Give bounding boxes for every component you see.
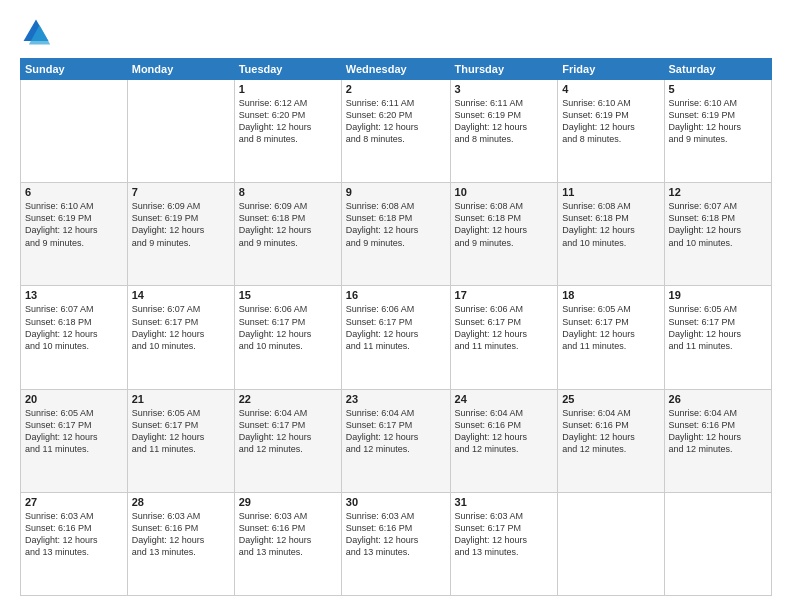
day-info: Sunrise: 6:03 AMSunset: 6:17 PMDaylight:… — [455, 510, 554, 559]
calendar-cell: 1Sunrise: 6:12 AMSunset: 6:20 PMDaylight… — [234, 80, 341, 183]
day-number: 9 — [346, 186, 446, 198]
calendar-cell: 19Sunrise: 6:05 AMSunset: 6:17 PMDayligh… — [664, 286, 771, 389]
day-number: 30 — [346, 496, 446, 508]
day-info: Sunrise: 6:04 AMSunset: 6:16 PMDaylight:… — [669, 407, 767, 456]
day-number: 31 — [455, 496, 554, 508]
day-number: 8 — [239, 186, 337, 198]
day-number: 27 — [25, 496, 123, 508]
day-number: 11 — [562, 186, 659, 198]
calendar-cell: 8Sunrise: 6:09 AMSunset: 6:18 PMDaylight… — [234, 183, 341, 286]
day-number: 18 — [562, 289, 659, 301]
day-number: 2 — [346, 83, 446, 95]
day-info: Sunrise: 6:08 AMSunset: 6:18 PMDaylight:… — [455, 200, 554, 249]
calendar-cell: 14Sunrise: 6:07 AMSunset: 6:17 PMDayligh… — [127, 286, 234, 389]
calendar-cell: 27Sunrise: 6:03 AMSunset: 6:16 PMDayligh… — [21, 492, 128, 595]
calendar-cell: 18Sunrise: 6:05 AMSunset: 6:17 PMDayligh… — [558, 286, 664, 389]
calendar-cell — [127, 80, 234, 183]
day-info: Sunrise: 6:09 AMSunset: 6:18 PMDaylight:… — [239, 200, 337, 249]
day-info: Sunrise: 6:09 AMSunset: 6:19 PMDaylight:… — [132, 200, 230, 249]
calendar-cell: 20Sunrise: 6:05 AMSunset: 6:17 PMDayligh… — [21, 389, 128, 492]
day-info: Sunrise: 6:11 AMSunset: 6:20 PMDaylight:… — [346, 97, 446, 146]
week-row-1: 1Sunrise: 6:12 AMSunset: 6:20 PMDaylight… — [21, 80, 772, 183]
day-number: 5 — [669, 83, 767, 95]
day-number: 24 — [455, 393, 554, 405]
day-info: Sunrise: 6:04 AMSunset: 6:17 PMDaylight:… — [346, 407, 446, 456]
day-number: 19 — [669, 289, 767, 301]
day-number: 26 — [669, 393, 767, 405]
day-info: Sunrise: 6:12 AMSunset: 6:20 PMDaylight:… — [239, 97, 337, 146]
day-info: Sunrise: 6:04 AMSunset: 6:16 PMDaylight:… — [455, 407, 554, 456]
day-info: Sunrise: 6:03 AMSunset: 6:16 PMDaylight:… — [25, 510, 123, 559]
day-number: 21 — [132, 393, 230, 405]
day-number: 14 — [132, 289, 230, 301]
page: SundayMondayTuesdayWednesdayThursdayFrid… — [0, 0, 792, 612]
weekday-header-saturday: Saturday — [664, 59, 771, 80]
week-row-3: 13Sunrise: 6:07 AMSunset: 6:18 PMDayligh… — [21, 286, 772, 389]
day-info: Sunrise: 6:05 AMSunset: 6:17 PMDaylight:… — [562, 303, 659, 352]
weekday-header-thursday: Thursday — [450, 59, 558, 80]
day-number: 20 — [25, 393, 123, 405]
logo — [20, 16, 56, 48]
calendar-cell: 4Sunrise: 6:10 AMSunset: 6:19 PMDaylight… — [558, 80, 664, 183]
day-info: Sunrise: 6:11 AMSunset: 6:19 PMDaylight:… — [455, 97, 554, 146]
day-info: Sunrise: 6:10 AMSunset: 6:19 PMDaylight:… — [25, 200, 123, 249]
day-number: 15 — [239, 289, 337, 301]
day-number: 23 — [346, 393, 446, 405]
day-number: 25 — [562, 393, 659, 405]
day-info: Sunrise: 6:04 AMSunset: 6:16 PMDaylight:… — [562, 407, 659, 456]
day-info: Sunrise: 6:06 AMSunset: 6:17 PMDaylight:… — [346, 303, 446, 352]
header — [20, 16, 772, 48]
day-number: 1 — [239, 83, 337, 95]
day-info: Sunrise: 6:07 AMSunset: 6:18 PMDaylight:… — [669, 200, 767, 249]
day-info: Sunrise: 6:03 AMSunset: 6:16 PMDaylight:… — [239, 510, 337, 559]
calendar-cell: 26Sunrise: 6:04 AMSunset: 6:16 PMDayligh… — [664, 389, 771, 492]
logo-icon — [20, 16, 52, 48]
calendar-cell: 13Sunrise: 6:07 AMSunset: 6:18 PMDayligh… — [21, 286, 128, 389]
calendar-cell: 5Sunrise: 6:10 AMSunset: 6:19 PMDaylight… — [664, 80, 771, 183]
day-number: 6 — [25, 186, 123, 198]
day-info: Sunrise: 6:05 AMSunset: 6:17 PMDaylight:… — [132, 407, 230, 456]
calendar-cell: 30Sunrise: 6:03 AMSunset: 6:16 PMDayligh… — [341, 492, 450, 595]
calendar-cell: 15Sunrise: 6:06 AMSunset: 6:17 PMDayligh… — [234, 286, 341, 389]
weekday-header-tuesday: Tuesday — [234, 59, 341, 80]
day-number: 10 — [455, 186, 554, 198]
day-info: Sunrise: 6:06 AMSunset: 6:17 PMDaylight:… — [455, 303, 554, 352]
day-number: 3 — [455, 83, 554, 95]
weekday-header-monday: Monday — [127, 59, 234, 80]
day-number: 22 — [239, 393, 337, 405]
calendar-cell: 10Sunrise: 6:08 AMSunset: 6:18 PMDayligh… — [450, 183, 558, 286]
calendar-cell: 28Sunrise: 6:03 AMSunset: 6:16 PMDayligh… — [127, 492, 234, 595]
calendar-cell: 7Sunrise: 6:09 AMSunset: 6:19 PMDaylight… — [127, 183, 234, 286]
calendar-cell: 31Sunrise: 6:03 AMSunset: 6:17 PMDayligh… — [450, 492, 558, 595]
weekday-header-sunday: Sunday — [21, 59, 128, 80]
calendar-cell: 3Sunrise: 6:11 AMSunset: 6:19 PMDaylight… — [450, 80, 558, 183]
day-number: 29 — [239, 496, 337, 508]
week-row-2: 6Sunrise: 6:10 AMSunset: 6:19 PMDaylight… — [21, 183, 772, 286]
day-info: Sunrise: 6:10 AMSunset: 6:19 PMDaylight:… — [669, 97, 767, 146]
day-number: 28 — [132, 496, 230, 508]
calendar-cell: 6Sunrise: 6:10 AMSunset: 6:19 PMDaylight… — [21, 183, 128, 286]
calendar-cell: 17Sunrise: 6:06 AMSunset: 6:17 PMDayligh… — [450, 286, 558, 389]
day-info: Sunrise: 6:08 AMSunset: 6:18 PMDaylight:… — [562, 200, 659, 249]
week-row-5: 27Sunrise: 6:03 AMSunset: 6:16 PMDayligh… — [21, 492, 772, 595]
day-number: 16 — [346, 289, 446, 301]
calendar-cell: 25Sunrise: 6:04 AMSunset: 6:16 PMDayligh… — [558, 389, 664, 492]
day-number: 17 — [455, 289, 554, 301]
calendar-cell: 21Sunrise: 6:05 AMSunset: 6:17 PMDayligh… — [127, 389, 234, 492]
calendar-cell: 29Sunrise: 6:03 AMSunset: 6:16 PMDayligh… — [234, 492, 341, 595]
calendar-cell: 12Sunrise: 6:07 AMSunset: 6:18 PMDayligh… — [664, 183, 771, 286]
day-number: 12 — [669, 186, 767, 198]
day-info: Sunrise: 6:06 AMSunset: 6:17 PMDaylight:… — [239, 303, 337, 352]
day-info: Sunrise: 6:10 AMSunset: 6:19 PMDaylight:… — [562, 97, 659, 146]
day-info: Sunrise: 6:08 AMSunset: 6:18 PMDaylight:… — [346, 200, 446, 249]
calendar-cell — [664, 492, 771, 595]
calendar-cell — [21, 80, 128, 183]
day-number: 13 — [25, 289, 123, 301]
calendar-cell: 2Sunrise: 6:11 AMSunset: 6:20 PMDaylight… — [341, 80, 450, 183]
calendar-table: SundayMondayTuesdayWednesdayThursdayFrid… — [20, 58, 772, 596]
weekday-header-row: SundayMondayTuesdayWednesdayThursdayFrid… — [21, 59, 772, 80]
day-info: Sunrise: 6:07 AMSunset: 6:17 PMDaylight:… — [132, 303, 230, 352]
weekday-header-friday: Friday — [558, 59, 664, 80]
calendar-cell: 16Sunrise: 6:06 AMSunset: 6:17 PMDayligh… — [341, 286, 450, 389]
day-info: Sunrise: 6:03 AMSunset: 6:16 PMDaylight:… — [346, 510, 446, 559]
